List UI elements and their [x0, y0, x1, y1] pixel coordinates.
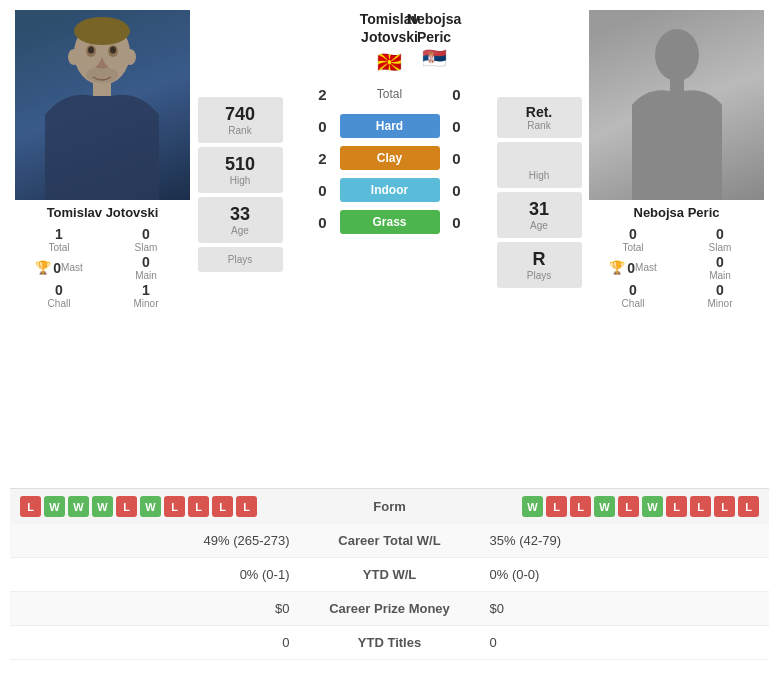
right-minor-label: Minor: [679, 298, 761, 309]
hard-btn: Hard: [340, 114, 440, 138]
left-main-value: 0: [105, 254, 187, 270]
right-chall-cell: 0 Chall: [592, 282, 674, 309]
right-chall-label: Chall: [592, 298, 674, 309]
left-total-label: Total: [18, 242, 100, 253]
players-row: Tomislav Jotovski 1 Total 0 Slam 🏆 0 Mas…: [10, 10, 769, 480]
left-chall-label: Chall: [18, 298, 100, 309]
right-plays-value: R: [502, 249, 577, 270]
right-age-label: Age: [502, 220, 577, 231]
prize-row: $0 Career Prize Money $0: [10, 592, 769, 626]
left-mast-cell: 🏆 0 Mast: [18, 254, 100, 281]
score-total-row: 2 Total 0: [290, 82, 489, 106]
right-age-value: 31: [502, 199, 577, 220]
right-slam-cell: 0 Slam: [679, 226, 761, 253]
svg-point-8: [110, 47, 116, 54]
svg-point-10: [655, 29, 699, 81]
right-plays-label: Plays: [502, 270, 577, 281]
left-minor-label: Minor: [105, 298, 187, 309]
right-player-photo: [589, 10, 764, 200]
svg-rect-2: [93, 81, 111, 96]
score-clay-left: 2: [314, 150, 332, 167]
score-clay-row: 2 Clay 0: [290, 146, 489, 170]
right-total-cell: 0 Total: [592, 226, 674, 253]
right-flag-center: 🇷🇸: [374, 46, 494, 70]
score-hard-left: 0: [314, 118, 332, 135]
left-plays-box: Plays: [198, 247, 283, 272]
svg-point-1: [74, 17, 130, 45]
left-rank-box: 740 Rank: [198, 97, 283, 143]
form-badge-l: L: [116, 496, 137, 517]
right-mast-value: 0: [627, 260, 635, 276]
right-ytd-titles: 0: [490, 635, 755, 650]
score-indoor-row: 0 Indoor 0: [290, 178, 489, 202]
left-chall-value: 0: [18, 282, 100, 298]
form-badge-w: W: [522, 496, 543, 517]
svg-point-3: [68, 49, 80, 65]
left-ytd-titles: 0: [25, 635, 290, 650]
form-badge-l: L: [690, 496, 711, 517]
right-main-value: 0: [679, 254, 761, 270]
left-age-box: 33 Age: [198, 197, 283, 243]
left-main-label: Main: [105, 270, 187, 281]
right-chall-value: 0: [592, 282, 674, 298]
right-name-center: NebojsaPeric: [374, 10, 494, 46]
left-total-cell: 1 Total: [18, 226, 100, 253]
right-player-image: [627, 25, 727, 200]
right-total-label: Total: [592, 242, 674, 253]
right-player-col: Nebojsa Peric 0 Total 0 Slam 🏆 0 Mast 0: [584, 10, 769, 312]
center-col: 740 Rank 510 High 33 Age Plays: [195, 10, 584, 290]
left-stat-boxes: 740 Rank 510 High 33 Age Plays: [195, 10, 285, 274]
form-badge-l: L: [618, 496, 639, 517]
form-label: Form: [350, 499, 430, 514]
right-high-box: High: [497, 142, 582, 188]
right-slam-value: 0: [679, 226, 761, 242]
left-high-label: High: [203, 175, 278, 186]
left-prize: $0: [25, 601, 290, 616]
form-badge-l: L: [714, 496, 735, 517]
ytd-wl-label: YTD W/L: [290, 567, 490, 582]
score-indoor-left: 0: [314, 182, 332, 199]
right-mast-cell: 🏆 0 Mast: [592, 254, 674, 281]
left-mast-label: Mast: [61, 262, 83, 273]
score-hard-right: 0: [448, 118, 466, 135]
form-badge-w: W: [594, 496, 615, 517]
left-player-photo: [15, 10, 190, 200]
form-badge-l: L: [666, 496, 687, 517]
right-stat-boxes: Ret. Rank High 31 Age R Plays: [494, 10, 584, 290]
right-rank-box: Ret. Rank: [497, 97, 582, 138]
left-rank-value: 740: [203, 104, 278, 125]
right-minor-value: 0: [679, 282, 761, 298]
form-badge-l: L: [546, 496, 567, 517]
svg-point-4: [124, 49, 136, 65]
score-clay-right: 0: [448, 150, 466, 167]
right-mast-label: Mast: [635, 262, 657, 273]
svg-point-9: [86, 67, 118, 83]
left-minor-value: 1: [105, 282, 187, 298]
main-container: Tomislav Jotovski 1 Total 0 Slam 🏆 0 Mas…: [0, 0, 779, 665]
score-hard-row: 0 Hard 0: [290, 114, 489, 138]
score-total-left: 2: [314, 86, 332, 103]
form-badge-w: W: [92, 496, 113, 517]
left-mast-value: 0: [53, 260, 61, 276]
right-slam-label: Slam: [679, 242, 761, 253]
right-high-label: High: [502, 170, 577, 181]
left-slam-label: Slam: [105, 242, 187, 253]
ytd-titles-row: 0 YTD Titles 0: [10, 626, 769, 660]
left-career-wl: 49% (265-273): [25, 533, 290, 548]
score-grass-left: 0: [314, 214, 332, 231]
bottom-section: LWWWLWLLLL Form WLLWLWLLLL 49% (265-273)…: [10, 488, 769, 660]
left-age-label: Age: [203, 225, 278, 236]
career-wl-row: 49% (265-273) Career Total W/L 35% (42-7…: [10, 524, 769, 558]
left-slam-cell: 0 Slam: [105, 226, 187, 253]
left-high-value: 510: [203, 154, 278, 175]
left-rank-label: Rank: [203, 125, 278, 136]
right-form-badges: WLLWLWLLLL: [434, 496, 760, 517]
left-player-stats: 1 Total 0 Slam 🏆 0 Mast 0 Main 0: [10, 223, 195, 312]
prize-label: Career Prize Money: [290, 601, 490, 616]
form-badge-l: L: [570, 496, 591, 517]
left-total-value: 1: [18, 226, 100, 242]
left-player-image: [25, 15, 180, 200]
form-badge-w: W: [140, 496, 161, 517]
svg-point-7: [88, 47, 94, 54]
right-age-box: 31 Age: [497, 192, 582, 238]
